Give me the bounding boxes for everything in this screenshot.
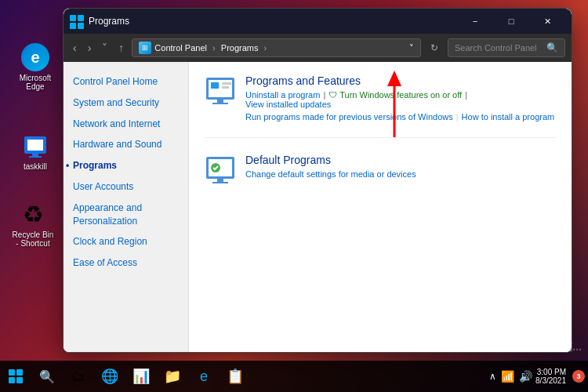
taskbar-search-button[interactable]: 🔍: [33, 361, 61, 392]
taskbar: 🔍 🗂 🌐 📊 📁 e 📋 ∧ 📶: [0, 361, 588, 392]
speaker-icon[interactable]: 🔊: [519, 370, 532, 383]
taskbar-chart-icon[interactable]: 📊: [127, 361, 155, 392]
svg-rect-2: [32, 154, 38, 156]
sidebar-item-control-panel-home[interactable]: Control Panel Home: [64, 71, 188, 93]
svg-rect-1: [27, 140, 43, 151]
clock-date: 8/3/2021: [535, 376, 566, 385]
address-dropdown[interactable]: ˅: [409, 43, 414, 53]
back-button[interactable]: ‹: [70, 40, 80, 56]
window-title: Programs: [89, 16, 457, 27]
refresh-button[interactable]: ↻: [426, 41, 443, 55]
down-button[interactable]: ˅: [99, 40, 111, 56]
window-controls: − □ ✕: [457, 9, 565, 34]
content-area: Control Panel Home System and Security N…: [64, 62, 572, 352]
taskbar-files-icon[interactable]: 🗂: [64, 361, 93, 392]
sidebar: Control Panel Home System and Security N…: [64, 62, 189, 352]
address-path: Control Panel › Programs ›: [154, 43, 270, 53]
sidebar-item-programs[interactable]: Programs: [64, 155, 188, 176]
sidebar-item-appearance[interactable]: Appearance and Personalization: [64, 198, 188, 232]
svg-rect-7: [222, 82, 231, 85]
default-programs-icon: [205, 154, 236, 185]
programs-features-title[interactable]: Programs and Features: [245, 74, 556, 87]
default-programs-content: Default Programs Change default settings…: [245, 154, 556, 185]
taskbar-edge-icon[interactable]: e: [190, 361, 218, 392]
search-icon: 🔍: [39, 369, 55, 384]
desktop-icon-recycle[interactable]: ♻ Recycle Bin - Shortcut: [9, 200, 56, 248]
programs-features-secondary-links: Run programs made for previous versions …: [245, 112, 556, 122]
watermark: 全 系统...: [536, 340, 582, 354]
clock-time: 3:00 PM: [535, 368, 566, 376]
maximize-button[interactable]: □: [493, 9, 529, 34]
edge-icon: e: [21, 43, 49, 71]
recycle-bin-icon: ♻: [19, 200, 47, 228]
desktop-icon-edge[interactable]: e Microsoft Edge: [12, 43, 59, 91]
default-programs-desc[interactable]: Change default settings for media or dev…: [245, 169, 556, 179]
svg-rect-10: [212, 103, 228, 104]
up-button[interactable]: ↑: [115, 40, 127, 56]
taskbar-clock[interactable]: 3:00 PM 8/3/2021: [535, 368, 566, 385]
default-programs-title[interactable]: Default Programs: [245, 154, 556, 166]
sep2: ›: [264, 43, 267, 53]
svg-rect-9: [217, 100, 223, 103]
taskbar-browser-icon[interactable]: 🌐: [96, 361, 124, 392]
taskbar-folder-icon[interactable]: 📁: [158, 361, 187, 392]
sidebar-item-ease[interactable]: Ease of Access: [64, 252, 188, 274]
window-titlebar: Programs − □ ✕: [64, 9, 572, 34]
svg-rect-6: [211, 82, 219, 89]
run-previous-link[interactable]: Run programs made for previous versions …: [245, 112, 453, 122]
programs-features-icon: [205, 74, 236, 106]
svg-rect-14: [217, 179, 223, 182]
search-box[interactable]: Search Control Panel 🔍: [448, 38, 565, 57]
default-programs-section: Default Programs Change default settings…: [205, 154, 556, 198]
minimize-button[interactable]: −: [457, 9, 493, 34]
sidebar-item-hardware[interactable]: Hardware and Sound: [64, 134, 188, 155]
sidebar-item-network[interactable]: Network and Internet: [64, 114, 188, 135]
notification-badge[interactable]: 3: [572, 370, 585, 383]
programs-window: Programs − □ ✕ ‹ › ˅ ↑ ⊞ Control Panel ›…: [63, 8, 572, 353]
control-panel-icon: ⊞: [139, 42, 151, 54]
search-icon: 🔍: [546, 42, 558, 53]
taskbar-app2-icon[interactable]: 📋: [221, 361, 249, 392]
svg-rect-8: [222, 86, 229, 89]
start-button[interactable]: [0, 361, 31, 392]
desktop-icon-taskkill[interactable]: taskkill: [12, 132, 59, 171]
close-button[interactable]: ✕: [529, 9, 565, 34]
address-bar: ‹ › ˅ ↑ ⊞ Control Panel › Programs › ˅ ↻…: [64, 34, 572, 62]
chevron-up-icon[interactable]: ∧: [489, 371, 496, 382]
turn-features-link[interactable]: 🛡Turn Windows features on or off: [328, 90, 462, 100]
window-logo: [70, 15, 82, 27]
shield-icon: 🛡: [328, 90, 337, 100]
view-updates-link[interactable]: View installed updates: [245, 100, 331, 109]
address-box[interactable]: ⊞ Control Panel › Programs › ˅: [132, 38, 421, 57]
sidebar-item-system-security[interactable]: System and Security: [64, 93, 188, 114]
taskbar-system-icons: ∧ 📶 🔊: [489, 370, 532, 383]
taskkill-icon: [21, 132, 49, 160]
desktop: e Microsoft Edge taskkill ♻ Recycle Bin …: [0, 0, 588, 392]
svg-rect-3: [29, 156, 42, 158]
taskbar-right: ∧ 📶 🔊 3:00 PM 8/3/2021 3: [489, 361, 588, 392]
uninstall-link[interactable]: Uninstall a program: [245, 90, 320, 100]
sidebar-item-user-accounts[interactable]: User Accounts: [64, 176, 188, 198]
forward-button[interactable]: ›: [85, 40, 95, 56]
programs-features-section: Programs and Features Uninstall a progra…: [205, 74, 556, 138]
network-icon[interactable]: 📶: [501, 370, 514, 383]
sidebar-item-clock[interactable]: Clock and Region: [64, 231, 188, 252]
taskbar-app-icons: 🗂 🌐 📊 📁 e 📋: [64, 361, 249, 392]
programs-features-links: Uninstall a program | 🛡Turn Windows feat…: [245, 90, 556, 109]
sep1: ›: [212, 43, 216, 53]
how-to-install-link[interactable]: How to install a program: [462, 112, 555, 122]
programs-features-content: Programs and Features Uninstall a progra…: [245, 74, 556, 125]
main-panel: Programs and Features Uninstall a progra…: [189, 62, 572, 352]
svg-rect-15: [212, 182, 228, 183]
